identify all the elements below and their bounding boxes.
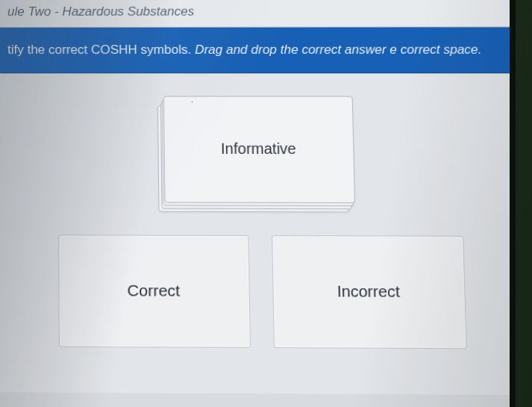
draggable-card-stack: Informative (163, 96, 354, 211)
instruction-hint: Drag and drop the correct answer e corre… (195, 43, 482, 57)
quiz-screen: ule Two - Hazardous Substances tify the … (0, 0, 528, 407)
draggable-card[interactable]: Informative (163, 96, 354, 202)
module-title-bar: ule Two - Hazardous Substances (0, 0, 515, 28)
instruction-text: tify the correct COSHH symbols. (7, 43, 195, 57)
module-title: ule Two - Hazardous Substances (7, 4, 194, 19)
activity-area: Informative Correct Incorrect (0, 73, 528, 395)
card-label: Informative (221, 140, 296, 158)
dropzone-label: Incorrect (337, 282, 400, 301)
instruction-bar: tify the correct COSHH symbols. Drag and… (0, 27, 516, 73)
dropzone-incorrect[interactable]: Incorrect (272, 235, 467, 349)
dropzone-label: Correct (128, 282, 181, 300)
dropzone-row: Correct Incorrect (31, 234, 495, 349)
dropzone-correct[interactable]: Correct (58, 234, 251, 348)
device-bezel (510, 0, 532, 407)
